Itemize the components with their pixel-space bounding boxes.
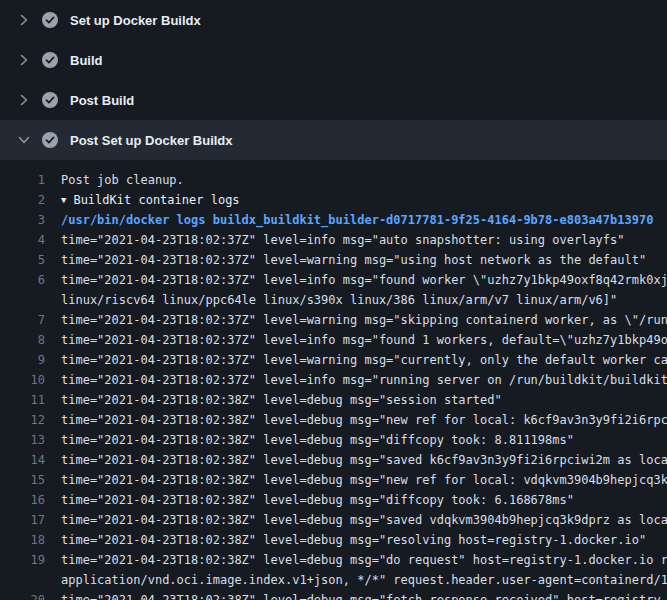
group-title: BuildKit container logs — [73, 193, 239, 207]
log-text: time="2021-04-23T18:02:37Z" level=info m… — [45, 370, 667, 390]
line-number: 12 — [0, 410, 45, 430]
section-header-post-build[interactable]: Post Build — [0, 80, 667, 120]
log-group-row[interactable]: 2▼BuildKit container logs — [0, 190, 667, 210]
log-text: time="2021-04-23T18:02:37Z" level=warnin… — [45, 310, 667, 330]
group-collapse-toggle-icon[interactable]: ▼ — [61, 190, 66, 210]
section-label: Build — [70, 53, 103, 68]
log-text: time="2021-04-23T18:02:38Z" level=debug … — [45, 430, 574, 450]
log-line: 20time="2021-04-23T18:02:38Z" level=debu… — [0, 590, 667, 600]
step-sections: Set up Docker BuildxBuildPost BuildPost … — [0, 0, 667, 160]
line-number: 18 — [0, 530, 45, 550]
line-number: 19 — [0, 550, 45, 570]
line-number: 11 — [0, 390, 45, 410]
log-line: 16time="2021-04-23T18:02:38Z" level=debu… — [0, 490, 667, 510]
log-line: 11time="2021-04-23T18:02:38Z" level=debu… — [0, 390, 667, 410]
line-number: 3 — [0, 210, 45, 230]
line-number — [0, 570, 45, 590]
line-number: 17 — [0, 510, 45, 530]
log-text: time="2021-04-23T18:02:38Z" level=debug … — [45, 590, 661, 600]
check-circle-icon — [42, 92, 58, 108]
line-number: 5 — [0, 250, 45, 270]
log-line: 1Post job cleanup. — [0, 170, 667, 190]
log-text: time="2021-04-23T18:02:38Z" level=debug … — [45, 390, 502, 410]
section-label: Post Set up Docker Buildx — [70, 133, 233, 148]
log-area: 1Post job cleanup.2▼BuildKit container l… — [0, 160, 667, 600]
log-text: Post job cleanup. — [45, 170, 184, 190]
check-circle-icon — [42, 52, 58, 68]
log-line: 4time="2021-04-23T18:02:37Z" level=info … — [0, 230, 667, 250]
chevron-right-icon[interactable] — [16, 12, 32, 28]
chevron-down-icon[interactable] — [16, 132, 32, 148]
log-text: time="2021-04-23T18:02:38Z" level=debug … — [45, 530, 646, 550]
check-circle-icon — [42, 132, 58, 148]
log-line: 10time="2021-04-23T18:02:37Z" level=info… — [0, 370, 667, 390]
log-text: time="2021-04-23T18:02:37Z" level=warnin… — [45, 350, 667, 370]
line-number: 7 — [0, 310, 45, 330]
section-label: Set up Docker Buildx — [70, 13, 201, 28]
log-command-text: /usr/bin/docker logs buildx_buildkit_bui… — [45, 210, 653, 230]
log-text: time="2021-04-23T18:02:38Z" level=debug … — [45, 470, 667, 490]
log-line: 7time="2021-04-23T18:02:37Z" level=warni… — [0, 310, 667, 330]
line-number: 6 — [0, 270, 45, 290]
log-line: linux/riscv64 linux/ppc64le linux/s390x … — [0, 290, 667, 310]
section-header-build[interactable]: Build — [0, 40, 667, 80]
log-line: application/vnd.oci.image.index.v1+json,… — [0, 570, 667, 590]
log-line: 12time="2021-04-23T18:02:38Z" level=debu… — [0, 410, 667, 430]
log-line: 9time="2021-04-23T18:02:37Z" level=warni… — [0, 350, 667, 370]
log-text: time="2021-04-23T18:02:38Z" level=debug … — [45, 490, 574, 510]
check-circle-icon — [42, 12, 58, 28]
chevron-right-icon[interactable] — [16, 92, 32, 108]
line-number: 15 — [0, 470, 45, 490]
line-number: 10 — [0, 370, 45, 390]
line-number: 8 — [0, 330, 45, 350]
line-number: 13 — [0, 430, 45, 450]
log-text: ▼BuildKit container logs — [45, 190, 240, 210]
log-text: time="2021-04-23T18:02:37Z" level=info m… — [45, 230, 625, 250]
actions-log-viewer: Set up Docker BuildxBuildPost BuildPost … — [0, 0, 667, 600]
log-text: linux/riscv64 linux/ppc64le linux/s390x … — [45, 290, 617, 310]
log-line: 8time="2021-04-23T18:02:37Z" level=info … — [0, 330, 667, 350]
log-text: application/vnd.oci.image.index.v1+json,… — [45, 570, 667, 590]
log-text: time="2021-04-23T18:02:37Z" level=warnin… — [45, 250, 646, 270]
log-line: 14time="2021-04-23T18:02:38Z" level=debu… — [0, 450, 667, 470]
log-line: 18time="2021-04-23T18:02:38Z" level=debu… — [0, 530, 667, 550]
section-header-set-up-docker-buildx[interactable]: Set up Docker Buildx — [0, 0, 667, 40]
log-line: 3/usr/bin/docker logs buildx_buildkit_bu… — [0, 210, 667, 230]
line-number: 9 — [0, 350, 45, 370]
log-line: 6time="2021-04-23T18:02:37Z" level=info … — [0, 270, 667, 290]
log-line: 5time="2021-04-23T18:02:37Z" level=warni… — [0, 250, 667, 270]
line-number: 16 — [0, 490, 45, 510]
log-text: time="2021-04-23T18:02:38Z" level=debug … — [45, 450, 667, 470]
line-number: 2 — [0, 190, 45, 210]
line-number: 1 — [0, 170, 45, 190]
log-text: time="2021-04-23T18:02:37Z" level=info m… — [45, 270, 667, 290]
log-line: 17time="2021-04-23T18:02:38Z" level=debu… — [0, 510, 667, 530]
log-text: time="2021-04-23T18:02:38Z" level=debug … — [45, 410, 667, 430]
log-text: time="2021-04-23T18:02:38Z" level=debug … — [45, 550, 667, 570]
log-line: 15time="2021-04-23T18:02:38Z" level=debu… — [0, 470, 667, 490]
section-header-post-set-up-docker-buildx[interactable]: Post Set up Docker Buildx — [0, 120, 667, 160]
log-text: time="2021-04-23T18:02:37Z" level=info m… — [45, 330, 667, 350]
line-number: 14 — [0, 450, 45, 470]
line-number: 4 — [0, 230, 45, 250]
log-line: 19time="2021-04-23T18:02:38Z" level=debu… — [0, 550, 667, 570]
chevron-right-icon[interactable] — [16, 52, 32, 68]
line-number — [0, 290, 45, 310]
section-label: Post Build — [70, 93, 134, 108]
log-text: time="2021-04-23T18:02:38Z" level=debug … — [45, 510, 667, 530]
log-line: 13time="2021-04-23T18:02:38Z" level=debu… — [0, 430, 667, 450]
line-number: 20 — [0, 590, 45, 600]
